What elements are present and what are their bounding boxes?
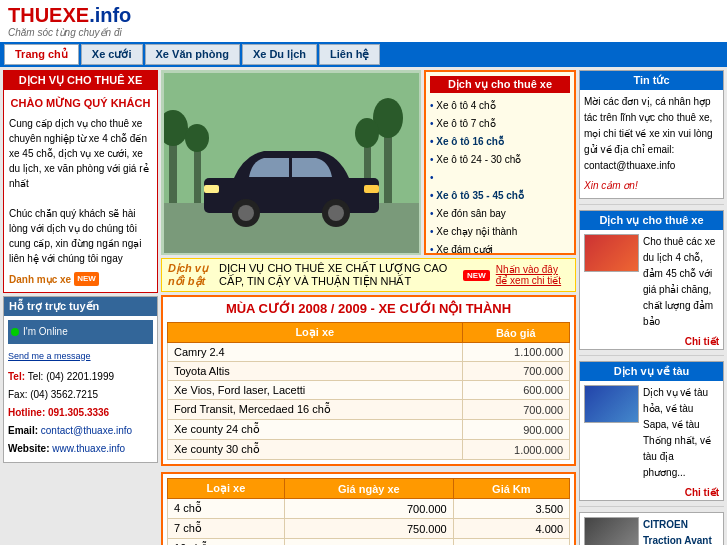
- hotline: Hotline: 091.305.3336: [8, 404, 153, 422]
- gia-km-cell: 3.500: [453, 499, 569, 519]
- nav-trang-chu[interactable]: Trang chủ: [4, 44, 79, 65]
- col-loai-xe: Loại xe: [168, 323, 463, 343]
- loai-cell: 4 chỗ: [168, 499, 285, 519]
- logo[interactable]: THUEXE.info: [8, 4, 131, 27]
- online-dot: [11, 328, 19, 336]
- citroen-box: CITROEN Traction Avant Sẽ là điều tuyệt …: [579, 512, 724, 545]
- list-item: [430, 169, 570, 187]
- car-illustration: [164, 73, 419, 253]
- noi-bat-bar: Dịch vụ nổi bật DỊCH VỤ CHO THUÊ XE CHẤT…: [161, 258, 576, 292]
- loai-cell: 7 chỗ: [168, 519, 285, 539]
- hotro-content: I'm Online Send me a message Tel: Tel: (…: [4, 316, 157, 462]
- citroen-content: CITROEN Traction Avant Sẽ là điều tuyệt …: [580, 513, 723, 545]
- svg-point-14: [328, 205, 344, 221]
- online-label: I'm Online: [23, 323, 68, 341]
- list-item: Xe ô tô 16 chỗ: [430, 133, 570, 151]
- top-center: Dịch vụ cho thuê xe Xe ô tô 4 chỗ Xe ô t…: [161, 70, 576, 255]
- online-status[interactable]: I'm Online: [8, 320, 153, 344]
- click-here-link[interactable]: Nhấn vào đây để xem chi tiết: [496, 264, 569, 286]
- navbar: Trang chủ Xe cưới Xe Văn phòng Xe Du lịc…: [0, 42, 727, 67]
- chi-tiet-2[interactable]: Chi tiết: [580, 485, 723, 500]
- table1-title: MÙA CƯỚI 2008 / 2009 - XE CƯỚI NỘI THÀNH: [167, 301, 570, 316]
- dich-vu-thue-xe-title: Dịch vụ cho thuê xe: [580, 211, 723, 230]
- dich-vu-thue-xe-box: Dịch vụ cho thuê xe Cho thuê các xe du l…: [579, 210, 724, 350]
- dich-vu-tau-title: Dịch vụ về tàu: [580, 362, 723, 381]
- divider-1: [579, 204, 724, 205]
- email-link[interactable]: contact@thuaxe.info: [41, 425, 132, 436]
- danh-muc[interactable]: Danh mục xe NEW: [9, 272, 152, 287]
- list-item: Xe đón sân bay: [430, 205, 570, 223]
- tin-tuc-title: Tin tức: [580, 71, 723, 90]
- svg-rect-8: [194, 143, 201, 203]
- thumb-boat: [584, 385, 639, 423]
- gia-km-cell: 5.000: [453, 539, 569, 546]
- list-item: Xe ô tô 7 chỗ: [430, 115, 570, 133]
- table-row: Ford Transit, Mercedaed 16 chỗ700.000: [168, 400, 570, 420]
- col2-gia-ngay: Giá ngày xe: [284, 479, 453, 499]
- table-row: Toyota Altis700.000: [168, 362, 570, 381]
- chi-tiet-1[interactable]: Chi tiết: [580, 334, 723, 349]
- loai-xe-cell: Toyota Altis: [168, 362, 463, 381]
- table-section-2: Loại xe Giá ngày xe Giá Km 4 chỗ700.0003…: [161, 472, 576, 545]
- table-row: Xe Vios, Ford laser, Lacetti600.000: [168, 381, 570, 400]
- table-row: Xe county 24 chỗ900.000: [168, 420, 570, 440]
- list-item: Xe đám cưới: [430, 241, 570, 259]
- svg-point-9: [185, 124, 209, 152]
- table-row: 4 chỗ700.0003.500: [168, 499, 570, 519]
- divider-3: [579, 506, 724, 507]
- website-row: Website: www.thuaxe.info: [8, 440, 153, 458]
- loai-xe-cell: Xe Vios, Ford laser, Lacetti: [168, 381, 463, 400]
- service-list: Xe ô tô 4 chỗ Xe ô tô 7 chỗ Xe ô tô 16 c…: [430, 97, 570, 259]
- center-column: Dịch vụ cho thuê xe Xe ô tô 4 chỗ Xe ô t…: [161, 70, 576, 545]
- service-box-content: CHÀO MỪNG QUÝ KHÁCH Cung cấp dịch vụ cho…: [4, 90, 157, 292]
- hotro-title: Hỗ trợ trực tuyến: [4, 297, 157, 316]
- svg-rect-10: [204, 178, 379, 213]
- gia-cell: 700.000: [462, 400, 569, 420]
- service-list-box: Dịch vụ cho thuê xe Xe ô tô 4 chỗ Xe ô t…: [424, 70, 576, 255]
- xin-cam-on: Xin cảm ơn!: [584, 178, 719, 194]
- left-column: DỊCH VỤ CHO THUÊ XE CHÀO MỪNG QUÝ KHÁCH …: [3, 70, 158, 545]
- gia-cell: 1.100.000: [462, 343, 569, 362]
- car-image: [161, 70, 421, 255]
- dich-vu-tau-content: Dịch vụ về tàu hỏa, về tàu Sapa, về tàu …: [580, 381, 723, 485]
- gia-ngay-cell: 850.000: [284, 539, 453, 546]
- col2-gia-km: Giá Km: [453, 479, 569, 499]
- nav-xe-du-lich[interactable]: Xe Du lịch: [242, 44, 317, 65]
- nav-lien-he[interactable]: Liên hệ: [319, 44, 380, 65]
- dich-vu-thue-xe-content: Cho thuê các xe du lịch 4 chỗ, đảm 45 ch…: [580, 230, 723, 334]
- nav-xe-van-phong[interactable]: Xe Văn phòng: [145, 44, 240, 65]
- hotro-box: Hỗ trợ trực tuyến I'm Online Send me a m…: [3, 296, 158, 463]
- website-link[interactable]: www.thuaxe.info: [52, 443, 125, 454]
- tin-tuc-content: Mời các đơn vị, cá nhân hợp tác trên lĩn…: [580, 90, 723, 198]
- thumb-citro: [584, 517, 639, 545]
- service-box: DỊCH VỤ CHO THUÊ XE CHÀO MỪNG QUÝ KHÁCH …: [3, 70, 158, 293]
- fax: Fax: (04) 3562.7215: [8, 386, 153, 404]
- divider-2: [579, 355, 724, 356]
- gia-cell: 1.000.000: [462, 440, 569, 460]
- nav-xe-cuoi[interactable]: Xe cưới: [81, 44, 143, 65]
- table2-body: 4 chỗ700.0003.5007 chỗ750.0004.00016 chỗ…: [168, 499, 570, 546]
- gia-km-cell: 4.000: [453, 519, 569, 539]
- service-list-title: Dịch vụ cho thuê xe: [430, 76, 570, 93]
- tin-tuc-box: Tin tức Mời các đơn vị, cá nhân hợp tác …: [579, 70, 724, 199]
- greet-text: CHÀO MỪNG QUÝ KHÁCH: [9, 95, 152, 112]
- citroen-title: CITROEN Traction Avant: [643, 517, 719, 545]
- thumb-car: [584, 234, 639, 272]
- dich-vu-tau-box: Dịch vụ về tàu Dịch vụ về tàu hỏa, về tà…: [579, 361, 724, 501]
- desc1: Cung cấp dịch vụ cho thuê xe chuyên nghi…: [9, 116, 152, 191]
- online-sub[interactable]: Send me a message: [8, 348, 153, 364]
- logo-blue: .info: [89, 4, 131, 26]
- service-box-title: DỊCH VỤ CHO THUÊ XE: [4, 71, 157, 90]
- main: DỊCH VỤ CHO THUÊ XE CHÀO MỪNG QUÝ KHÁCH …: [0, 67, 727, 545]
- col2-loai: Loại xe: [168, 479, 285, 499]
- desc2: Chúc chắn quý khách sẽ hài lòng với dịch…: [9, 206, 152, 266]
- loai-cell: 16 chỗ: [168, 539, 285, 546]
- loai-xe-cell: Ford Transit, Mercedaed 16 chỗ: [168, 400, 463, 420]
- dich-vu-tau-text: Dịch vụ về tàu hỏa, về tàu Sapa, về tàu …: [643, 385, 719, 481]
- dich-vu-thue-xe-text: Cho thuê các xe du lịch 4 chỗ, đảm 45 ch…: [643, 234, 719, 330]
- table1-body: Camry 2.41.100.000Toyota Altis700.000Xe …: [168, 343, 570, 460]
- list-item: Xe chạy nội thành: [430, 223, 570, 241]
- table-section-1: MÙA CƯỚI 2008 / 2009 - XE CƯỚI NỘI THÀNH…: [161, 295, 576, 466]
- gia-cell: 600.000: [462, 381, 569, 400]
- svg-point-7: [355, 118, 379, 148]
